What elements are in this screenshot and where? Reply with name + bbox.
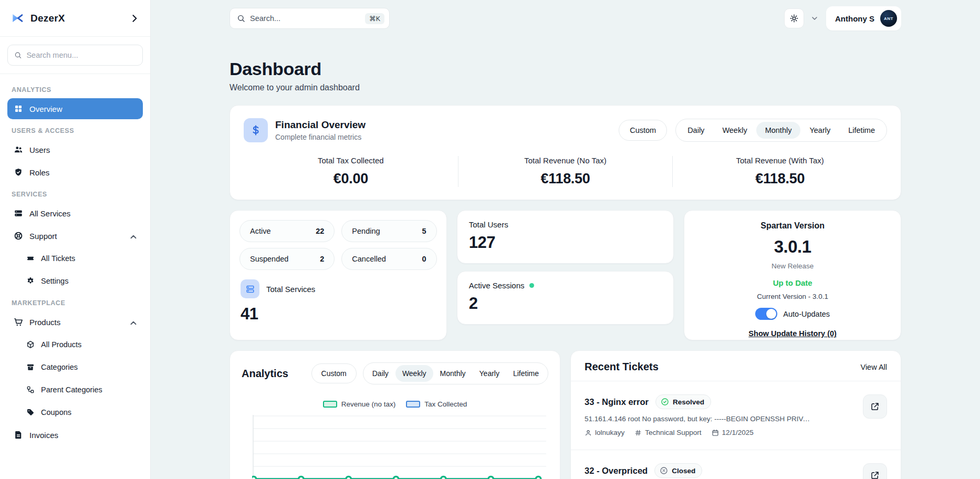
sidebar-collapse-icon[interactable]: [129, 13, 140, 24]
sidebar-item-label: Support: [29, 232, 57, 241]
tab-weekly[interactable]: Weekly: [395, 365, 433, 382]
search-icon: [237, 14, 245, 23]
gear-icon: [26, 277, 35, 285]
analytics-title: Analytics: [242, 368, 288, 380]
external-link-icon: [870, 471, 880, 479]
tab-weekly[interactable]: Weekly: [713, 122, 756, 139]
update-history-link[interactable]: Show Update History (0): [748, 329, 837, 338]
tab-yearly[interactable]: Yearly: [473, 365, 506, 382]
user-menu[interactable]: Anthony S ANT: [826, 6, 901, 30]
status-pill-cancelled[interactable]: Cancelled 0: [341, 248, 436, 270]
auto-updates-label: Auto-Updates: [783, 310, 830, 318]
legend-tax: Tax Collected: [406, 400, 467, 408]
sidebar-item-label: Parent Categories: [41, 386, 102, 394]
open-ticket-button[interactable]: [863, 394, 887, 419]
sidebar-item-label: Settings: [41, 277, 68, 285]
ticket-title: 33 - Nginx error: [585, 397, 649, 407]
sidebar-item-support[interactable]: Support: [7, 225, 143, 246]
sidebar-item-all-services[interactable]: All Services: [7, 203, 143, 224]
tab-monthly[interactable]: Monthly: [433, 365, 473, 382]
total-services-value: 41: [241, 305, 436, 324]
ticket-title-row: 32 - Overpriced Closed: [585, 463, 727, 478]
services-summary-card: Active 22 Pending 5 Suspended 2 Cancel: [230, 210, 447, 340]
sun-icon: [789, 14, 799, 23]
view-all-link[interactable]: View All: [860, 363, 887, 371]
open-ticket-button[interactable]: [863, 463, 887, 479]
chevron-down-icon[interactable]: [810, 14, 819, 23]
analytics-header: Analytics Custom Daily Weekly Monthly Ye…: [242, 362, 548, 384]
calendar-icon: [712, 429, 719, 436]
status-pill-suspended[interactable]: Suspended 2: [239, 248, 335, 270]
status-pill-active[interactable]: Active 22: [239, 220, 335, 242]
metric-tax-collected: Total Tax Collected €0.00: [244, 156, 458, 187]
financial-header: Financial Overview Complete financial me…: [244, 118, 887, 142]
tab-daily[interactable]: Daily: [366, 365, 395, 382]
online-dot: [529, 283, 534, 288]
tab-yearly[interactable]: Yearly: [800, 122, 839, 139]
theme-toggle-button[interactable]: [784, 8, 804, 28]
sidebar-item-all-products[interactable]: All Products: [7, 334, 143, 355]
spartan-version-card: Spartan Version 3.0.1 New Release Up to …: [684, 210, 901, 340]
document-icon: [14, 430, 23, 440]
sidebar-item-roles[interactable]: Roles: [7, 162, 143, 183]
sidebar-item-users[interactable]: Users: [7, 139, 143, 160]
status-count: 5: [422, 227, 426, 235]
status-pill-pending[interactable]: Pending 5: [341, 220, 436, 242]
service-status-grid: Active 22 Pending 5 Suspended 2 Cancel: [239, 220, 437, 270]
ticket-row: 32 - Overpriced Closed It's overpriced i…: [571, 450, 901, 479]
ticket-meta: lolnukayy Technical Support 12/1/2025: [585, 429, 810, 436]
tab-lifetime[interactable]: Lifetime: [839, 122, 884, 139]
status-label: Pending: [352, 227, 380, 235]
financial-metrics: Total Tax Collected €0.00 Total Revenue …: [244, 156, 887, 187]
version-card-title: Spartan Version: [694, 221, 891, 231]
section-marketplace: MARKETPLACE: [12, 299, 139, 307]
auto-updates-toggle[interactable]: [755, 308, 777, 320]
sidebar-item-coupons[interactable]: Coupons: [7, 402, 143, 423]
status-label: Cancelled: [352, 255, 386, 263]
custom-range-button[interactable]: Custom: [311, 363, 357, 383]
status-label: Active: [250, 227, 271, 235]
sidebar-search[interactable]: [7, 45, 143, 66]
active-sessions-card: Active Sessions 2: [457, 271, 674, 325]
total-users-value: 127: [469, 233, 662, 252]
ticket-title-row: 33 - Nginx error Resolved: [585, 394, 810, 409]
metric-label: Total Tax Collected: [244, 156, 458, 165]
tab-daily[interactable]: Daily: [679, 122, 713, 139]
sidebar-item-settings[interactable]: Settings: [7, 270, 143, 291]
bottom-row: Analytics Custom Daily Weekly Monthly Ye…: [230, 350, 901, 479]
sidebar-search-input[interactable]: [26, 51, 136, 59]
tab-lifetime[interactable]: Lifetime: [506, 365, 546, 382]
status-count: 2: [320, 255, 324, 263]
ticket-body: 32 - Overpriced Closed It's overpriced i…: [585, 463, 727, 479]
total-services-row: Total Services: [239, 279, 437, 298]
sidebar-item-invoices[interactable]: Invoices: [7, 424, 143, 445]
ticket-row: 33 - Nginx error Resolved 51.161.4.146 r…: [571, 381, 901, 450]
total-users-label: Total Users: [469, 220, 662, 229]
section-analytics: ANALYTICS: [12, 86, 139, 93]
status-badge-closed: Closed: [654, 463, 702, 478]
status-count: 0: [422, 255, 426, 263]
custom-range-button[interactable]: Custom: [619, 120, 667, 141]
sidebar-item-overview[interactable]: Overview: [7, 98, 143, 119]
global-search[interactable]: ⌘K: [230, 8, 390, 29]
status-text: Closed: [672, 467, 695, 475]
sidebar-item-parent-categories[interactable]: Parent Categories: [7, 379, 143, 400]
active-sessions-label: Active Sessions: [469, 281, 662, 290]
ticket-icon: [26, 254, 35, 263]
sidebar-item-products[interactable]: Products: [7, 311, 143, 332]
tab-monthly[interactable]: Monthly: [756, 122, 801, 139]
sidebar-item-all-tickets[interactable]: All Tickets: [7, 248, 143, 269]
server-icon: [241, 279, 259, 298]
archive-icon: [26, 363, 35, 371]
sidebar-item-categories[interactable]: Categories: [7, 357, 143, 378]
chevron-up-icon: [129, 232, 137, 240]
line-chart-svg: [252, 415, 546, 479]
page-content: Dashboard Welcome to your admin dashboar…: [151, 37, 980, 479]
financial-subtitle: Complete financial metrics: [275, 133, 366, 141]
sidebar-item-label: All Services: [29, 209, 70, 218]
auto-updates-row: Auto-Updates: [694, 308, 891, 320]
sidebar-item-label: Coupons: [41, 408, 71, 416]
legend-swatch-green: [323, 401, 337, 408]
global-search-input[interactable]: [250, 14, 360, 23]
status-text: Resolved: [673, 398, 704, 406]
